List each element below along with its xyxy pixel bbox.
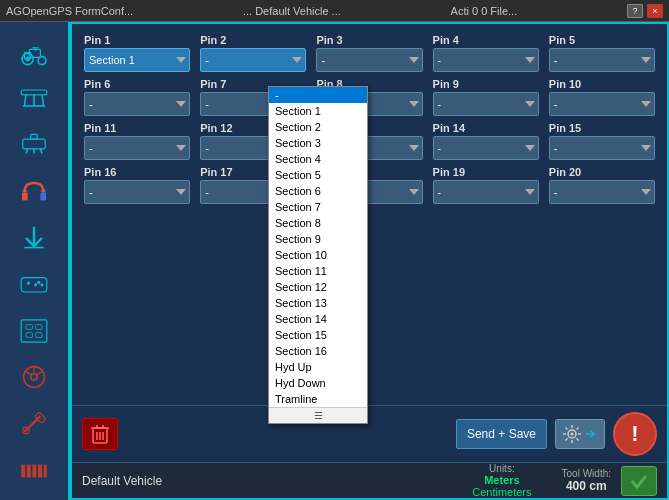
pin5-select[interactable]: -	[549, 48, 655, 72]
svg-line-38	[36, 372, 42, 375]
dropdown-item-16[interactable]: Section 16	[269, 343, 367, 359]
tool-width-label: Tool Width:	[562, 468, 611, 479]
check-button[interactable]	[621, 466, 657, 496]
pin16-label: Pin 16	[84, 166, 190, 178]
svg-line-13	[26, 149, 28, 154]
right-text: Acti 0 0 File...	[451, 5, 518, 17]
pin-group-pin14: Pin 14-	[433, 122, 539, 160]
svg-point-56	[571, 433, 574, 436]
sidebar-icon-plow[interactable]	[10, 77, 58, 120]
pin-group-pin19: Pin 19-	[433, 166, 539, 204]
main-container: Pin 1Section 1Pin 2-Pin 3-Pin 4-Pin 5-Pi…	[0, 22, 669, 500]
pin2-dropdown[interactable]: -Section 1Section 2Section 3Section 4Sec…	[268, 86, 368, 424]
sidebar-icon-tools[interactable]	[10, 403, 58, 446]
close-button[interactable]: ×	[647, 4, 663, 18]
units-label: Units:	[489, 463, 515, 474]
sidebar-icon-arrow-down[interactable]	[10, 216, 58, 259]
dropdown-item-3[interactable]: Section 3	[269, 135, 367, 151]
dropdown-item-19[interactable]: Tramline	[269, 391, 367, 407]
svg-line-64	[566, 439, 568, 441]
pin20-select[interactable]: -	[549, 180, 655, 204]
pin16-select[interactable]: -	[84, 180, 190, 204]
dropdown-item-1[interactable]: Section 1	[269, 103, 367, 119]
dropdown-item-17[interactable]: Hyd Up	[269, 359, 367, 375]
pin-group-pin9: Pin 9-	[433, 78, 539, 116]
pin-group-pin4: Pin 4-	[433, 34, 539, 72]
sidebar-icon-implement[interactable]	[10, 123, 58, 166]
tool-width-display: Tool Width: 400 cm	[562, 468, 611, 493]
dropdown-item-6[interactable]: Section 6	[269, 183, 367, 199]
dropdown-item-9[interactable]: Section 9	[269, 231, 367, 247]
pin-group-pin20: Pin 20-	[549, 166, 655, 204]
dropdown-item-11[interactable]: Section 11	[269, 263, 367, 279]
gear-arrow-button[interactable]	[555, 419, 605, 449]
sidebar-icon-steering[interactable]	[10, 356, 58, 399]
svg-line-62	[577, 439, 579, 441]
pin1-select[interactable]: Section 1	[84, 48, 190, 72]
pin14-label: Pin 14	[433, 122, 539, 134]
pin19-label: Pin 19	[433, 166, 539, 178]
pin2-label: Pin 2	[200, 34, 306, 46]
meters-label: Meters	[484, 474, 519, 486]
pin-group-pin1: Pin 1Section 1	[84, 34, 190, 72]
dropdown-item-7[interactable]: Section 7	[269, 199, 367, 215]
pin-group-pin16: Pin 16-	[84, 166, 190, 204]
pin9-select[interactable]: -	[433, 92, 539, 116]
trash-button[interactable]	[82, 418, 118, 450]
pin-group-pin11: Pin 11-	[84, 122, 190, 160]
pins-grid: Pin 1Section 1Pin 2-Pin 3-Pin 4-Pin 5-Pi…	[84, 34, 655, 204]
units-display: Units: Meters Centimeters	[472, 463, 531, 498]
pin11-select[interactable]: -	[84, 136, 190, 160]
sidebar-icon-sections[interactable]	[10, 449, 58, 492]
dropdown-item-14[interactable]: Section 14	[269, 311, 367, 327]
pin4-select[interactable]: -	[433, 48, 539, 72]
svg-rect-31	[36, 324, 42, 329]
svg-line-8	[24, 95, 26, 106]
dropdown-item-13[interactable]: Section 13	[269, 295, 367, 311]
send-save-button[interactable]: Send + Save	[456, 419, 547, 449]
pin19-select[interactable]: -	[433, 180, 539, 204]
pin14-select[interactable]: -	[433, 136, 539, 160]
dropdown-item-12[interactable]: Section 12	[269, 279, 367, 295]
dropdown-item-18[interactable]: Hyd Down	[269, 375, 367, 391]
svg-line-39	[24, 416, 40, 432]
dropdown-item-10[interactable]: Section 10	[269, 247, 367, 263]
sidebar-icon-circuit[interactable]	[10, 310, 58, 353]
pin15-select[interactable]: -	[549, 136, 655, 160]
svg-rect-17	[22, 193, 28, 201]
svg-line-15	[40, 149, 42, 154]
action-bar: Send + Save	[72, 405, 667, 462]
sidebar-icon-controller[interactable]	[10, 263, 58, 306]
svg-rect-43	[27, 464, 31, 477]
pin6-label: Pin 6	[84, 78, 190, 90]
pin2-select[interactable]: -	[200, 48, 306, 72]
svg-rect-29	[21, 320, 47, 342]
error-button[interactable]: !	[613, 412, 657, 456]
svg-point-27	[40, 283, 43, 286]
pin-group-pin6: Pin 6-	[84, 78, 190, 116]
dropdown-item-8[interactable]: Section 8	[269, 215, 367, 231]
dropdown-item-5[interactable]: Section 5	[269, 167, 367, 183]
sidebar-icon-magnet[interactable]	[10, 170, 58, 213]
dropdown-item-15[interactable]: Section 15	[269, 327, 367, 343]
help-button[interactable]: ?	[627, 4, 643, 18]
pin20-label: Pin 20	[549, 166, 655, 178]
dropdown-item-2[interactable]: Section 2	[269, 119, 367, 135]
content-panel: Pin 1Section 1Pin 2-Pin 3-Pin 4-Pin 5-Pi…	[70, 22, 669, 500]
pin3-select[interactable]: -	[316, 48, 422, 72]
svg-rect-30	[26, 324, 32, 329]
pin-group-pin3: Pin 3-	[316, 34, 422, 72]
pin3-label: Pin 3	[316, 34, 422, 46]
pin6-select[interactable]: -	[84, 92, 190, 116]
svg-rect-33	[36, 332, 42, 337]
dropdown-item-4[interactable]: Section 4	[269, 151, 367, 167]
svg-rect-46	[44, 464, 47, 477]
svg-point-26	[37, 281, 40, 284]
svg-rect-16	[31, 135, 37, 140]
svg-point-35	[31, 374, 37, 380]
status-bar: Default Vehicle Units: Meters Centimeter…	[72, 462, 667, 498]
pin10-select[interactable]: -	[549, 92, 655, 116]
svg-line-61	[566, 428, 568, 430]
sidebar-icon-tractor[interactable]	[10, 30, 58, 73]
dropdown-item-0[interactable]: -	[269, 87, 367, 103]
